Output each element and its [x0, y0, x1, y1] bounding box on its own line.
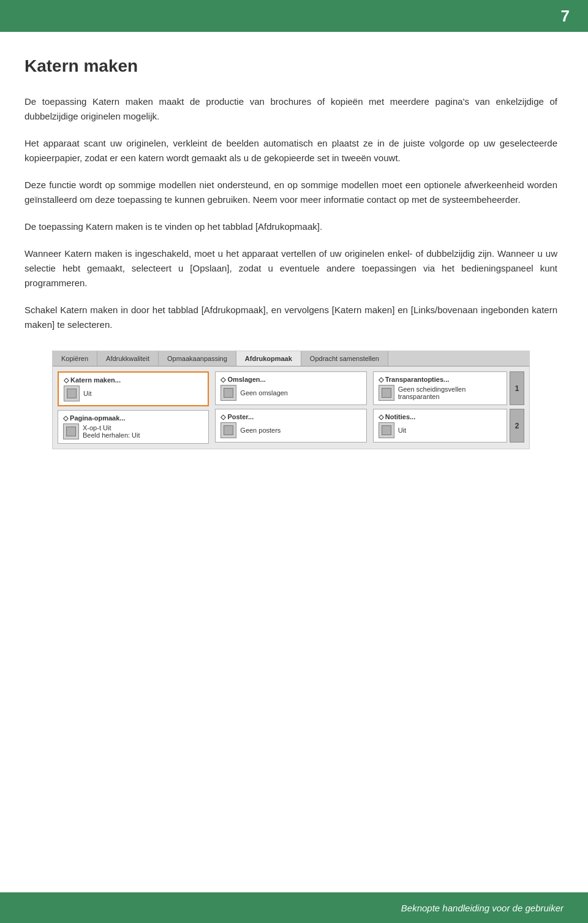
ui-btn-pagina[interactable] — [63, 424, 79, 439]
paragraph-5: Wanneer Katern maken is ingeschakeld, mo… — [24, 246, 557, 291]
footer-text: Beknopte handleiding voor de gebruiker — [401, 903, 564, 913]
ui-item-katern-title: ◇ Katern maken... — [64, 376, 203, 384]
ui-badge-1: 1 — [510, 371, 524, 405]
ui-column-2: ◇ Omslagen... Geen omslagen ◇ Poster... — [215, 371, 366, 444]
tab-afdrukopmaak[interactable]: Afdrukopmaak — [236, 351, 301, 366]
ui-btn-poster-inner — [224, 425, 233, 435]
ui-item-transparant-title: ◇ Transparantopties... — [379, 376, 502, 384]
ui-screenshot: Kopiëren Afdrukkwaliteit Opmaakaanpassin… — [52, 351, 530, 449]
ui-btn-transparant-inner — [382, 388, 391, 398]
ui-item-poster[interactable]: ◇ Poster... Geen posters — [215, 409, 366, 443]
ui-btn-notities[interactable] — [379, 422, 394, 438]
ui-badge-2: 2 — [510, 409, 524, 443]
ui-tabs: Kopiëren Afdrukkwaliteit Opmaakaanpassin… — [53, 351, 529, 367]
ui-body: ◇ Katern maken... Uit ◇ Pagina-opmaak... — [53, 367, 529, 449]
tab-opmaakaanpassing[interactable]: Opmaakaanpassing — [159, 351, 236, 366]
ui-item-omslagen-row: Geen omslagen — [221, 385, 361, 401]
tab-opdracht-samenstellen[interactable]: Opdracht samenstellen — [301, 351, 388, 366]
ui-item-katern-subtitle: Uit — [83, 390, 91, 397]
ui-item-notities-content: Uit — [379, 422, 502, 438]
ui-item-katern-row: Uit — [64, 386, 203, 401]
tab-afdrukkwaliteit[interactable]: Afdrukkwaliteit — [97, 351, 159, 366]
ui-btn-omslagen-inner — [224, 388, 233, 398]
paragraph-4: De toepassing Katern maken is te vinden … — [24, 219, 557, 234]
ui-item-transparant[interactable]: ◇ Transparantopties... Geen scheidingsve… — [373, 371, 507, 405]
ui-item-katern-maken[interactable]: ◇ Katern maken... Uit — [58, 371, 209, 406]
ui-item-pagina-row: X-op-t Uit Beeld herhalen: Uit — [63, 424, 203, 439]
paragraph-3: Deze functie wordt op sommige modellen n… — [24, 178, 557, 207]
ui-column-3: ◇ Transparantopties... Geen scheidingsve… — [373, 371, 524, 444]
ui-item-transparant-row: ◇ Transparantopties... Geen scheidingsve… — [373, 371, 524, 405]
ui-btn-katern[interactable] — [64, 386, 80, 401]
page-title: Katern maken — [24, 56, 557, 76]
footer: Beknopte handleiding voor de gebruiker — [0, 892, 588, 923]
ui-item-pagina-lines: X-op-t Uit Beeld herhalen: Uit — [83, 424, 140, 439]
header-bar: 7 — [0, 0, 588, 32]
ui-item-omslagen[interactable]: ◇ Omslagen... Geen omslagen — [215, 371, 366, 405]
main-content: Katern maken De toepassing Katern maken … — [0, 32, 588, 486]
page-number: 7 — [561, 7, 570, 26]
ui-item-poster-subtitle: Geen posters — [240, 427, 281, 434]
ui-item-poster-row: Geen posters — [221, 422, 361, 438]
ui-item-notities-subtitle: Uit — [398, 427, 406, 434]
ui-item-transparant-subtitle: Geen scheidingsvellen transparanten — [398, 386, 502, 400]
ui-item-pagina-opmaak[interactable]: ◇ Pagina-opmaak... X-op-t Uit Beeld herh… — [58, 410, 209, 444]
ui-btn-katern-inner — [67, 389, 77, 398]
ui-btn-pagina-inner — [66, 427, 76, 436]
paragraph-6: Schakel Katern maken in door het tabblad… — [24, 303, 557, 332]
ui-btn-omslagen[interactable] — [221, 385, 236, 401]
ui-item-pagina-line1: X-op-t Uit — [83, 424, 140, 431]
paragraph-1: De toepassing Katern maken maakt de prod… — [24, 94, 557, 124]
ui-item-notities-title: ◇ Notities... — [379, 413, 502, 421]
ui-right-inner: ◇ Transparantopties... Geen scheidingsve… — [373, 371, 524, 443]
ui-btn-notities-inner — [382, 425, 391, 435]
paragraph-2: Het apparaat scant uw originelen, verkle… — [24, 136, 557, 165]
ui-btn-transparant[interactable] — [379, 385, 394, 401]
ui-btn-poster[interactable] — [221, 422, 236, 438]
ui-item-poster-title: ◇ Poster... — [221, 413, 361, 421]
ui-item-pagina-title: ◇ Pagina-opmaak... — [63, 414, 203, 422]
ui-item-notities[interactable]: ◇ Notities... Uit — [373, 409, 507, 443]
ui-item-pagina-line2: Beeld herhalen: Uit — [83, 431, 140, 439]
tab-kopieren[interactable]: Kopiëren — [53, 351, 97, 366]
ui-item-transparant-content: Geen scheidingsvellen transparanten — [379, 385, 502, 401]
ui-item-omslagen-title: ◇ Omslagen... — [221, 376, 361, 384]
ui-column-1: ◇ Katern maken... Uit ◇ Pagina-opmaak... — [58, 371, 209, 444]
ui-item-omslagen-subtitle: Geen omslagen — [240, 389, 288, 397]
ui-item-notities-row: ◇ Notities... Uit 2 — [373, 409, 524, 443]
